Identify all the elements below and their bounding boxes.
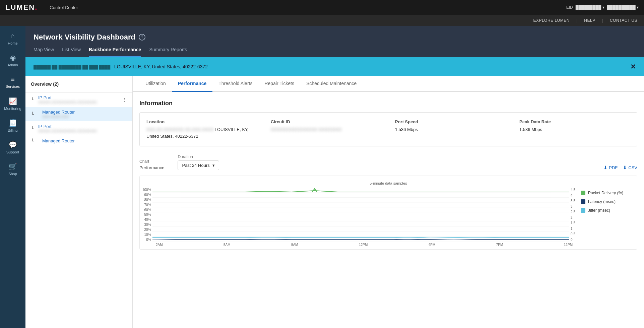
tree-item-ip-port-1[interactable]: └ IP Port XXXXX.XXXXXXXXXX.XXXXXXXX ⋮ bbox=[25, 92, 132, 107]
shop-icon: 🛒 bbox=[9, 162, 17, 171]
location-address: LOUISVILLE, KY, United States, 40222-637… bbox=[114, 64, 208, 69]
tree-item-managed-router-1[interactable]: └ Managed Router XXX.XXXX.XXX bbox=[25, 107, 132, 121]
location-value: XXX.XX XXXXXXX XX.XXX.XXXX LOUISVILLE, K… bbox=[146, 126, 257, 139]
legend-label-packet-delivery: Packet Delivery (%) bbox=[588, 191, 623, 195]
info-card: Location XXX.XX XXXXXXX XX.XXX.XXXX LOUI… bbox=[139, 112, 637, 146]
main-content: Network Visibility Dashboard ? Map View … bbox=[25, 26, 644, 328]
three-dots-icon[interactable]: ⋮ bbox=[122, 97, 127, 103]
info-field-circuit-id: Circuit ID XXXXXXXXXXXXXXXX XXXXXXXX bbox=[271, 119, 382, 139]
legend-item-latency: Latency (msec) bbox=[581, 199, 634, 204]
ip-port-2-sub: XXXXX.XXXXXXXXXX.XXXXXXXX bbox=[38, 129, 97, 133]
sidebar-label-services: Services bbox=[6, 84, 20, 89]
legend-item-jitter: Jitter (msec) bbox=[581, 208, 634, 213]
billing-icon: 🧾 bbox=[9, 119, 17, 127]
legend-item-packet-delivery: Packet Delivery (%) bbox=[581, 191, 634, 195]
tree-item-managed-router-2[interactable]: └ Managed Router bbox=[25, 136, 132, 146]
page-header: Network Visibility Dashboard ? Map View … bbox=[25, 26, 644, 57]
tab-utilization[interactable]: Utilization bbox=[139, 76, 172, 92]
app-layout: ⌂ Home ◉ Admin ≡ Services 📈 Monitoring 🧾… bbox=[0, 26, 644, 328]
managed-router-1-sub: XXX.XXXX.XXX bbox=[42, 115, 75, 119]
info-field-peak-data-rate: Peak Data Rate 1.536 Mbps bbox=[519, 119, 630, 139]
chart-label-group: Chart Performance bbox=[139, 159, 164, 170]
svg-rect-1 bbox=[152, 188, 570, 242]
tab-repair-tickets[interactable]: Repair Tickets bbox=[258, 76, 300, 92]
left-panel: Overview (2) └ IP Port XXXXX.XXXXXXXXXX.… bbox=[25, 76, 133, 328]
ip-port-1-sub: XXXXX.XXXXXXXXXX.XXXXXXXX bbox=[38, 100, 97, 104]
explore-lumen-link[interactable]: EXPLORE LUMEN bbox=[533, 18, 570, 23]
page-tabs: Map View List View Backbone Performance … bbox=[34, 47, 636, 57]
contact-us-link[interactable]: CONTACT US bbox=[610, 18, 637, 23]
services-icon: ≡ bbox=[11, 75, 15, 83]
download-pdf-icon: ⬇ bbox=[603, 165, 607, 170]
duration-value: Past 24 Hours bbox=[182, 163, 209, 168]
duration-select[interactable]: Past 24 Hours ▾ bbox=[178, 160, 219, 170]
circuit-id-label: Circuit ID bbox=[271, 119, 382, 124]
sidebar-item-billing[interactable]: 🧾 Billing bbox=[0, 116, 25, 136]
port-speed-value: 1.536 Mbps bbox=[395, 126, 506, 133]
legend-label-jitter: Jitter (msec) bbox=[588, 208, 610, 213]
chevron-down-icon: ▾ bbox=[212, 163, 215, 168]
legend-color-packet-delivery bbox=[581, 191, 585, 195]
duration-group: Duration Past 24 Hours ▾ bbox=[178, 154, 219, 170]
circuit-id-value: XXXXXXXXXXXXXXXX XXXXXXXX bbox=[271, 126, 382, 133]
top-bar-right: EID █████████ ▾ ██████████ ▾ bbox=[566, 5, 639, 10]
eid-label: EID bbox=[566, 5, 573, 10]
managed-router-2-label: Managed Router bbox=[42, 138, 75, 143]
info-field-port-speed: Port Speed 1.536 Mbps bbox=[395, 119, 506, 139]
tree-item-ip-port-2[interactable]: └ IP Port XXXXX.XXXXXXXXXX.XXXXXXXX bbox=[25, 121, 132, 136]
banner-close-button[interactable]: ✕ bbox=[630, 63, 636, 71]
x-axis: 2AM 5AM 9AM 12PM 4PM 7PM 11PM bbox=[142, 242, 573, 247]
sidebar-item-shop[interactable]: 🛒 Shop bbox=[0, 159, 25, 180]
chart-data-samples-label: 5-minute data samples bbox=[142, 181, 634, 185]
inner-tabs: Utilization Performance Threshold Alerts… bbox=[133, 76, 644, 92]
download-csv-button[interactable]: ⬇ CSV bbox=[623, 165, 637, 170]
port-speed-label: Port Speed bbox=[395, 119, 506, 124]
tab-scheduled-maintenance[interactable]: Scheduled Maintenance bbox=[300, 76, 363, 92]
location-label: Location bbox=[146, 119, 257, 124]
tab-performance[interactable]: Performance bbox=[172, 76, 213, 92]
help-icon[interactable]: ? bbox=[139, 34, 145, 41]
info-title: Information bbox=[139, 100, 637, 107]
sidebar-item-monitoring[interactable]: 📈 Monitoring bbox=[0, 94, 25, 114]
tab-backbone-performance[interactable]: Backbone Performance bbox=[89, 47, 141, 57]
legend-color-latency bbox=[581, 199, 585, 204]
sidebar-item-admin[interactable]: ◉ Admin bbox=[0, 50, 25, 71]
peak-data-rate-value: 1.536 Mbps bbox=[519, 126, 630, 133]
sidebar-label-billing: Billing bbox=[8, 128, 17, 133]
right-panel: Utilization Performance Threshold Alerts… bbox=[133, 76, 644, 328]
managed-router-1-label: Managed Router bbox=[42, 110, 75, 115]
logo-area: LUMEN. Control Center bbox=[5, 3, 78, 12]
chart-svg-area: 100% 90% 80% 70% 60% 50% 40% 30% 20% bbox=[142, 188, 575, 242]
sidebar-item-services[interactable]: ≡ Services bbox=[0, 72, 25, 92]
chart-section: Chart Performance Duration Past 24 Hours… bbox=[133, 154, 644, 256]
tab-list-view[interactable]: List View bbox=[62, 47, 81, 57]
location-info: ██████ ██ ████████ ██ ███ ████ LOUISVILL… bbox=[34, 64, 208, 69]
tab-map-view[interactable]: Map View bbox=[34, 47, 54, 57]
logo: LUMEN. bbox=[5, 3, 38, 12]
legend-color-jitter bbox=[581, 208, 585, 213]
download-pdf-button[interactable]: ⬇ PDF bbox=[603, 165, 618, 170]
support-icon: 💬 bbox=[9, 141, 17, 149]
peak-data-rate-label: Peak Data Rate bbox=[519, 119, 630, 124]
duration-label: Duration bbox=[178, 154, 219, 159]
help-link[interactable]: HELP bbox=[584, 18, 595, 23]
chart-legend: Packet Delivery (%) Latency (msec) Jitte… bbox=[581, 188, 634, 247]
tab-threshold-alerts[interactable]: Threshold Alerts bbox=[212, 76, 258, 92]
admin-icon: ◉ bbox=[10, 54, 16, 62]
chart-container: 5-minute data samples 100% 90% 80% bbox=[139, 176, 637, 250]
top-bar: LUMEN. Control Center EID █████████ ▾ ██… bbox=[0, 0, 644, 15]
sidebar: ⌂ Home ◉ Admin ≡ Services 📈 Monitoring 🧾… bbox=[0, 26, 25, 328]
download-csv-icon: ⬇ bbox=[623, 165, 627, 170]
sidebar-label-support: Support bbox=[6, 150, 19, 154]
sidebar-item-support[interactable]: 💬 Support bbox=[0, 137, 25, 158]
user-value: ██████████ ▾ bbox=[607, 5, 639, 10]
eid-value: █████████ ▾ bbox=[576, 5, 604, 10]
chart-actions: ⬇ PDF ⬇ CSV bbox=[603, 165, 637, 170]
app-name: Control Center bbox=[50, 5, 78, 10]
info-section: Information Location XXX.XX XXXXXXX XX.X… bbox=[133, 92, 644, 154]
tab-summary-reports[interactable]: Summary Reports bbox=[149, 47, 187, 57]
sidebar-label-monitoring: Monitoring bbox=[4, 107, 21, 111]
sidebar-item-home[interactable]: ⌂ Home bbox=[0, 29, 25, 49]
overview-header: Overview (2) bbox=[25, 76, 132, 92]
sidebar-label-home: Home bbox=[8, 41, 17, 46]
